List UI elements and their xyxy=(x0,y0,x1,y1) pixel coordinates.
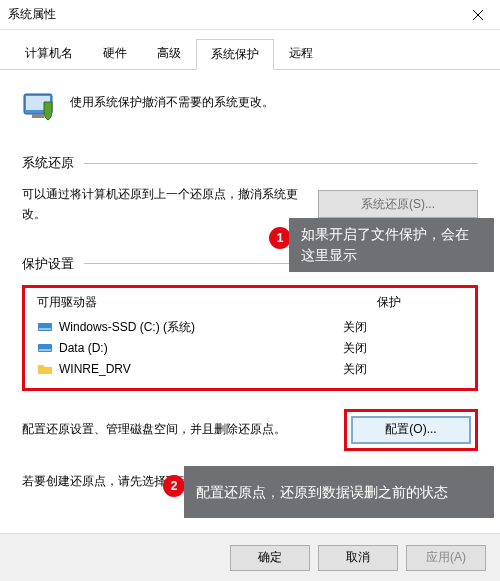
configure-button[interactable]: 配置(O)... xyxy=(351,416,471,444)
divider xyxy=(84,163,478,164)
drives-header: 可用驱动器 保护 xyxy=(33,292,467,317)
content-area: 使用系统保护撤消不需要的系统更改。 系统还原 可以通过将计算机还原到上一个还原点… xyxy=(0,70,500,511)
close-button[interactable] xyxy=(455,0,500,30)
intro-text: 使用系统保护撤消不需要的系统更改。 xyxy=(70,88,274,111)
drive-status: 关闭 xyxy=(343,340,463,357)
table-row[interactable]: Data (D:) 关闭 xyxy=(33,338,467,359)
section-restore-head: 系统还原 xyxy=(22,154,478,172)
drive-name: WINRE_DRV xyxy=(59,362,131,376)
col-drive: 可用驱动器 xyxy=(37,294,97,311)
folder-icon xyxy=(37,361,53,377)
config-text: 配置还原设置、管理磁盘空间，并且删除还原点。 xyxy=(22,421,330,438)
window-title: 系统属性 xyxy=(8,6,56,23)
svg-rect-4 xyxy=(39,328,51,330)
drive-status: 关闭 xyxy=(343,361,463,378)
cancel-button[interactable]: 取消 xyxy=(318,545,398,571)
annotation-callout-2: 配置还原点，还原到数据误删之前的状态 xyxy=(184,466,494,518)
svg-rect-2 xyxy=(32,114,44,118)
col-status: 保护 xyxy=(377,294,463,311)
drive-name: Data (D:) xyxy=(59,341,108,355)
tabs: 计算机名 硬件 高级 系统保护 远程 xyxy=(0,30,500,70)
table-row[interactable]: Windows-SSD (C:) (系统) 关闭 xyxy=(33,317,467,338)
drive-icon xyxy=(37,319,53,335)
apply-button: 应用(A) xyxy=(406,545,486,571)
system-restore-button[interactable]: 系统还原(S)... xyxy=(318,190,478,218)
svg-rect-6 xyxy=(39,349,51,351)
intro-row: 使用系统保护撤消不需要的系统更改。 xyxy=(22,88,478,124)
tab-remote[interactable]: 远程 xyxy=(274,38,328,69)
section-protect-title: 保护设置 xyxy=(22,255,74,273)
annotation-badge-2: 2 xyxy=(163,475,185,497)
drive-icon xyxy=(37,340,53,356)
config-row: 配置还原设置、管理磁盘空间，并且删除还原点。 配置(O)... xyxy=(22,409,478,451)
annotation-callout-1: 如果开启了文件保护，会在这里显示 xyxy=(289,218,494,272)
section-restore-title: 系统还原 xyxy=(22,154,74,172)
tab-system-protect[interactable]: 系统保护 xyxy=(196,39,274,70)
annotation-badge-1: 1 xyxy=(269,227,291,249)
ok-button[interactable]: 确定 xyxy=(230,545,310,571)
close-icon xyxy=(473,10,483,20)
shield-monitor-icon xyxy=(22,88,58,124)
tab-computer-name[interactable]: 计算机名 xyxy=(10,38,88,69)
tab-advanced[interactable]: 高级 xyxy=(142,38,196,69)
table-row[interactable]: WINRE_DRV 关闭 xyxy=(33,359,467,380)
drive-status: 关闭 xyxy=(343,319,463,336)
drive-name: Windows-SSD (C:) (系统) xyxy=(59,319,195,336)
titlebar: 系统属性 xyxy=(0,0,500,30)
config-highlight: 配置(O)... xyxy=(344,409,478,451)
tab-hardware[interactable]: 硬件 xyxy=(88,38,142,69)
dialog-footer: 确定 取消 应用(A) xyxy=(0,533,500,581)
drives-list: 可用驱动器 保护 Windows-SSD (C:) (系统) 关闭 Data (… xyxy=(22,285,478,391)
restore-text: 可以通过将计算机还原到上一个还原点，撤消系统更改。 xyxy=(22,184,304,225)
